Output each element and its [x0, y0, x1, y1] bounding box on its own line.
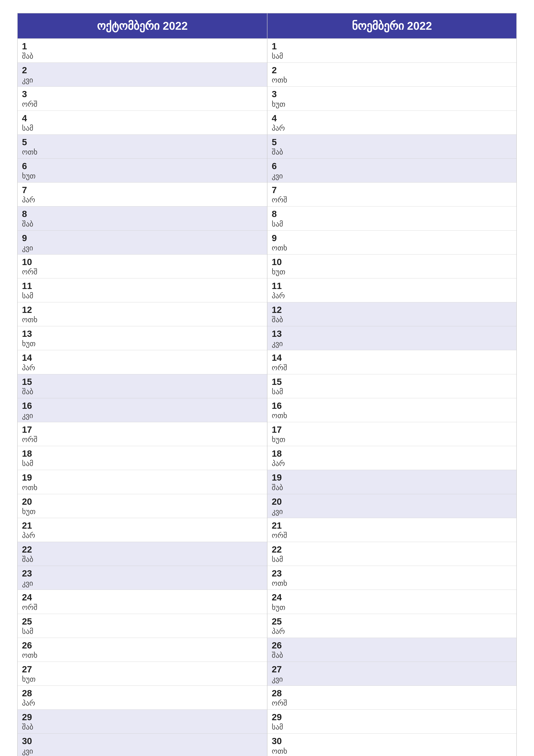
day-number: 6 — [272, 161, 512, 171]
day-name: პარ — [22, 699, 263, 707]
table-row: 29შაბ — [18, 710, 267, 734]
day-name: შაბ — [22, 555, 263, 564]
day-name: ხუთ — [272, 100, 512, 108]
day-number: 15 — [272, 377, 512, 387]
table-row: 18პარ — [267, 446, 516, 470]
day-name: პარ — [22, 531, 263, 540]
table-row: 25პარ — [267, 614, 516, 638]
day-number: 11 — [272, 281, 512, 291]
day-number: 24 — [272, 592, 512, 602]
table-row: 8შაბ — [18, 206, 267, 230]
day-name: პარ — [272, 627, 512, 635]
table-row: 22სამ — [267, 542, 516, 566]
day-number: 19 — [22, 472, 263, 482]
table-row: 1სამ — [267, 39, 516, 63]
day-name: ხუთ — [272, 267, 512, 276]
day-name: ოთხ — [272, 579, 512, 587]
day-name: სამ — [272, 52, 512, 60]
day-name: სამ — [272, 555, 512, 564]
day-name: ოთხ — [22, 148, 263, 156]
table-row: 20ხუთ — [18, 494, 267, 518]
table-row: 9კვი — [18, 230, 267, 255]
table-row: 14პარ — [18, 350, 267, 374]
day-number: 14 — [22, 353, 263, 363]
table-row: 24ხუთ — [267, 590, 516, 614]
day-number: 28 — [272, 688, 512, 698]
table-row: 8სამ — [267, 206, 516, 230]
day-number: 27 — [22, 664, 263, 674]
table-row: 3ორშ — [18, 87, 267, 111]
day-name: პარ — [272, 124, 512, 132]
day-number: 3 — [22, 89, 263, 99]
table-row: 7პარ — [18, 182, 267, 206]
day-name: ორშ — [22, 435, 263, 444]
day-name: ხუთ — [22, 507, 263, 516]
table-row: 2კვი — [18, 63, 267, 87]
day-number: 25 — [272, 617, 512, 627]
page: ოქტომბერი 2022ნოემბერი 20221შაბ1სამ2კვი2… — [0, 0, 534, 756]
day-number: 12 — [272, 305, 512, 315]
day-number: 24 — [22, 592, 263, 602]
table-row: 4პარ — [267, 111, 516, 135]
day-name: ხუთ — [22, 172, 263, 180]
day-name: ოთხ — [22, 315, 263, 324]
day-name: ორშ — [272, 531, 512, 540]
day-name: კვი — [22, 747, 263, 755]
day-name: ორშ — [272, 196, 512, 204]
table-row: 19ოთხ — [18, 470, 267, 494]
table-row: 16ოთხ — [267, 398, 516, 422]
day-name: ხუთ — [272, 603, 512, 611]
day-number: 1 — [272, 41, 512, 51]
day-name: შაბ — [22, 387, 263, 396]
table-row: 18სამ — [18, 446, 267, 470]
day-number: 29 — [272, 712, 512, 722]
day-name: ოთხ — [272, 411, 512, 420]
day-number: 30 — [22, 736, 263, 746]
table-row: 30ოთხ — [267, 734, 516, 756]
day-number: 17 — [22, 425, 263, 435]
day-number: 5 — [22, 137, 263, 147]
table-row: 6ხუთ — [18, 159, 267, 182]
day-number: 27 — [272, 664, 512, 674]
table-row: 15სამ — [267, 374, 516, 398]
day-number: 9 — [22, 233, 263, 243]
table-row: 11პარ — [267, 279, 516, 302]
table-row: 10ხუთ — [267, 255, 516, 279]
table-row: 6კვი — [267, 159, 516, 182]
table-row: 29სამ — [267, 710, 516, 734]
table-row: 30კვი — [18, 734, 267, 756]
table-row: 28პარ — [18, 686, 267, 710]
table-row: 17ორშ — [18, 422, 267, 446]
day-name: ოთხ — [272, 76, 512, 84]
day-number: 30 — [272, 736, 512, 746]
day-number: 22 — [272, 545, 512, 554]
table-row: 22შაბ — [18, 542, 267, 566]
table-row: 20კვი — [267, 494, 516, 518]
table-row: 26შაბ — [267, 638, 516, 662]
table-row: 13კვი — [267, 326, 516, 350]
day-name: ოთხ — [272, 747, 512, 755]
day-number: 2 — [272, 65, 512, 75]
day-number: 8 — [22, 209, 263, 219]
day-name: შაბ — [22, 723, 263, 731]
day-number: 26 — [22, 640, 263, 650]
day-number: 10 — [272, 257, 512, 267]
table-row: 12ოთხ — [18, 302, 267, 326]
day-name: კვი — [272, 675, 512, 683]
day-name: სამ — [22, 627, 263, 635]
day-number: 26 — [272, 640, 512, 650]
day-number: 3 — [272, 89, 512, 99]
day-number: 4 — [22, 113, 263, 123]
day-name: პარ — [22, 363, 263, 372]
day-number: 10 — [22, 257, 263, 267]
day-number: 13 — [22, 329, 263, 339]
table-row: 3ხუთ — [267, 87, 516, 111]
day-number: 15 — [22, 377, 263, 387]
day-number: 9 — [272, 233, 512, 243]
day-number: 16 — [22, 401, 263, 411]
table-row: 4სამ — [18, 111, 267, 135]
day-number: 7 — [272, 185, 512, 195]
october-header: ოქტომბერი 2022 — [18, 14, 267, 39]
table-row: 19შაბ — [267, 470, 516, 494]
table-row: 13ხუთ — [18, 326, 267, 350]
